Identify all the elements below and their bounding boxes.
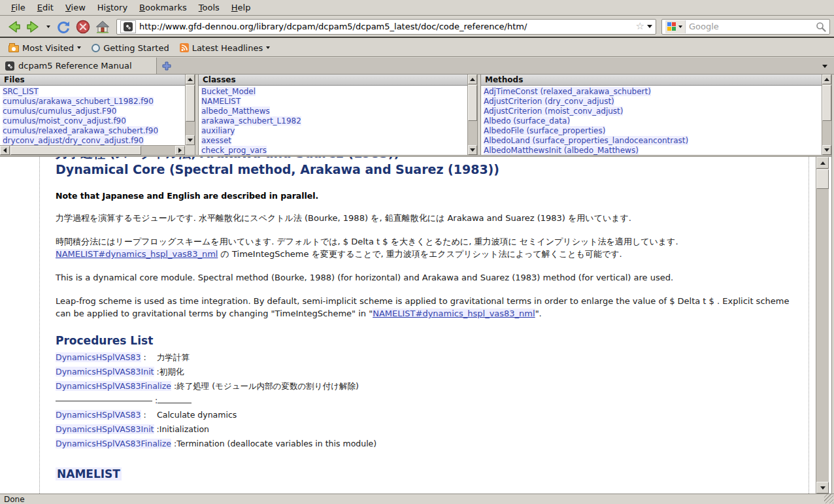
back-button[interactable] — [4, 18, 24, 36]
search-input[interactable]: Google — [689, 22, 816, 31]
scroll-up-button[interactable] — [468, 75, 477, 84]
procedure-link[interactable]: DynamicsHSplVAS83Init — [56, 367, 154, 377]
scrollbar-thumb[interactable] — [468, 85, 477, 121]
classes-frame: Classes Bucket_Model NAMELIST albedo_Mat… — [199, 75, 477, 155]
file-link[interactable]: cumulus/relaxed_arakawa_schubert.f90 — [3, 126, 158, 135]
scroll-down-button[interactable] — [468, 145, 477, 155]
list-item: cumulus/moist_conv_adjust.f90 — [3, 116, 185, 126]
menu-edit[interactable]: Edit — [31, 0, 59, 15]
tab-title: dcpam5 Reference Manual — [18, 61, 132, 71]
main-content-frame: 力学過程 (スペクトル法, Arakawa and Suarez (1983))… — [0, 157, 831, 494]
namelist-link[interactable]: NAMELIST#dynamics_hspl_vas83_nml — [56, 249, 218, 259]
triangle-up-icon — [470, 78, 475, 81]
triangle-down-icon — [188, 139, 193, 142]
search-magnifier-icon[interactable] — [816, 22, 826, 32]
menu-file[interactable]: File — [5, 0, 31, 15]
scroll-down-button[interactable] — [186, 135, 195, 145]
procedure-desc: Initialization — [159, 424, 209, 434]
bookmark-star-icon[interactable]: ☆ — [636, 22, 644, 31]
method-link[interactable]: AlbedoLand (surface_properties_landocean… — [484, 136, 688, 145]
scrollbar-thumb[interactable] — [816, 169, 829, 189]
url-input[interactable]: http://www.gfd-dennou.org/library/dcpam/… — [139, 22, 633, 31]
class-link[interactable]: check_prog_vars — [201, 146, 267, 155]
menu-tools[interactable]: Tools — [193, 0, 225, 15]
search-bar[interactable]: Google — [661, 19, 830, 35]
table-row-divider: : — [56, 395, 795, 410]
search-engine-selector[interactable] — [665, 20, 686, 33]
classes-vertical-scrollbar[interactable] — [467, 75, 477, 155]
menu-help[interactable]: Help — [225, 0, 257, 15]
new-tab-button[interactable] — [157, 58, 176, 74]
reload-button[interactable] — [54, 18, 73, 36]
stop-button[interactable] — [73, 18, 93, 36]
file-link[interactable]: cumulus/arakawa_schubert_L1982.f90 — [3, 97, 154, 106]
procedure-link[interactable]: DynamicsHSplVAS83Finalize — [56, 439, 171, 448]
scrollbar-thumb[interactable] — [10, 146, 141, 155]
list-item: axesset — [201, 136, 467, 146]
procedure-link[interactable]: DynamicsHSplVAS83 — [56, 410, 141, 420]
methods-vertical-scrollbar[interactable] — [822, 75, 831, 155]
menu-view[interactable]: View — [59, 0, 92, 15]
list-all-tabs-button[interactable] — [818, 58, 831, 75]
back-forward-dropdown[interactable] — [43, 18, 54, 36]
folder-icon — [8, 45, 19, 52]
method-link[interactable]: AlbedoMatthewsInit (albedo_Matthews) — [484, 146, 639, 155]
scroll-up-button[interactable] — [816, 157, 829, 169]
scroll-right-button[interactable] — [175, 146, 185, 155]
file-link[interactable]: cumulus/moist_conv_adjust.f90 — [3, 116, 126, 126]
class-link[interactable]: albedo_Matthews — [201, 107, 270, 116]
scrollbar-thumb[interactable] — [822, 85, 831, 121]
forward-button[interactable] — [24, 18, 43, 36]
scroll-down-button[interactable] — [822, 145, 831, 155]
procedure-desc: 力学計算 — [157, 352, 190, 363]
frame-splitter[interactable] — [195, 75, 199, 155]
home-button[interactable] — [93, 18, 112, 36]
frame-splitter[interactable] — [477, 75, 481, 155]
triangle-up-icon — [820, 161, 826, 165]
files-horizontal-scrollbar[interactable] — [0, 145, 185, 155]
file-link[interactable]: SRC_LIST — [3, 87, 39, 96]
triangle-down-icon — [824, 148, 829, 152]
class-link[interactable]: Bucket_Model — [201, 87, 256, 96]
bookmark-most-visited[interactable]: Most Visited — [3, 39, 86, 56]
bookmark-getting-started[interactable]: Getting Started — [86, 39, 175, 56]
tab-dcpam5-reference-manual[interactable]: dcpam5 Reference Manual — [0, 58, 157, 74]
divider-line — [56, 401, 152, 401]
scroll-up-button[interactable] — [822, 75, 831, 84]
method-link[interactable]: AdjustCriterion (moist_conv_adjust) — [484, 107, 623, 116]
files-vertical-scrollbar[interactable] — [185, 75, 195, 145]
scroll-up-button[interactable] — [186, 75, 195, 84]
file-link[interactable]: dryconv_adjust/dry_conv_adjust.f90 — [3, 136, 144, 145]
menu-bookmarks[interactable]: Bookmarks — [133, 0, 193, 15]
class-link[interactable]: axesset — [201, 136, 231, 145]
procedure-link[interactable]: DynamicsHSplVAS83Finalize — [56, 381, 171, 391]
main-vertical-scrollbar[interactable] — [816, 157, 829, 494]
file-link[interactable]: cumulus/cumulus_adjust.F90 — [3, 107, 116, 116]
table-row: DynamicsHSplVAS83 : 力学計算 — [56, 352, 795, 367]
method-link[interactable]: AdjustCriterion (dry_conv_adjust) — [484, 97, 614, 106]
resize-grip[interactable] — [824, 494, 833, 503]
scroll-down-button[interactable] — [816, 482, 829, 494]
method-link[interactable]: AdjTimeConst (relaxed_arakawa_schubert) — [484, 87, 651, 96]
home-icon — [95, 19, 110, 35]
list-item: SRC_LIST — [3, 87, 185, 97]
procedure-desc: Termination (deallocate variables in thi… — [176, 439, 376, 448]
url-bar[interactable]: http://www.gfd-dennou.org/library/dcpam/… — [116, 19, 656, 35]
scrollbar-thumb[interactable] — [186, 85, 195, 122]
bookmark-latest-headlines[interactable]: Latest Headlines — [175, 39, 276, 56]
method-link[interactable]: Albedo (surface_data) — [484, 116, 570, 126]
url-dropdown-icon[interactable] — [647, 25, 652, 28]
bookmark-label: Most Visited — [22, 43, 74, 53]
class-link[interactable]: auxiliary — [201, 126, 235, 135]
scroll-left-button[interactable] — [0, 146, 10, 155]
files-frame: Files SRC_LIST cumulus/arakawa_schubert_… — [0, 75, 195, 155]
namelist-link[interactable]: NAMELIST#dynamics_hspl_vas83_nml — [373, 309, 535, 318]
method-link[interactable]: AlbedoFile (surface_properties) — [484, 126, 605, 135]
list-item: dryconv_adjust/dry_conv_adjust.f90 — [3, 136, 185, 146]
procedure-link[interactable]: DynamicsHSplVAS83 — [56, 352, 141, 362]
colon: : — [144, 410, 146, 420]
procedure-link[interactable]: DynamicsHSplVAS83Init — [56, 424, 154, 434]
menu-history[interactable]: History — [92, 0, 133, 15]
class-link[interactable]: NAMELIST — [201, 97, 241, 106]
class-link[interactable]: arakawa_schubert_L1982 — [201, 116, 301, 126]
